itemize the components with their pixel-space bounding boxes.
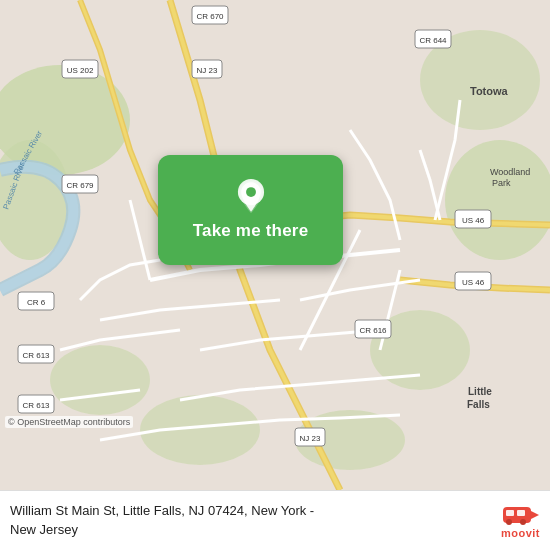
svg-text:Woodland: Woodland bbox=[490, 167, 530, 177]
svg-text:Falls: Falls bbox=[467, 399, 490, 410]
osm-attribution: © OpenStreetMap contributors bbox=[5, 416, 133, 428]
svg-text:CR 670: CR 670 bbox=[196, 12, 224, 21]
svg-text:NJ 23: NJ 23 bbox=[197, 66, 218, 75]
svg-text:CR 613: CR 613 bbox=[22, 351, 50, 360]
svg-point-6 bbox=[50, 345, 150, 415]
moovit-logo: moovit bbox=[501, 503, 540, 539]
svg-text:US 46: US 46 bbox=[462, 216, 485, 225]
svg-text:CR 613: CR 613 bbox=[22, 401, 50, 410]
svg-text:CR 644: CR 644 bbox=[419, 36, 447, 45]
svg-rect-43 bbox=[506, 510, 514, 516]
take-me-there-button[interactable]: Take me there bbox=[158, 155, 343, 265]
svg-text:NJ 23: NJ 23 bbox=[300, 434, 321, 443]
bottom-bar: William St Main St, Little Falls, NJ 074… bbox=[0, 490, 550, 550]
svg-text:Little: Little bbox=[468, 386, 492, 397]
svg-point-4 bbox=[445, 140, 550, 260]
svg-marker-47 bbox=[531, 511, 539, 519]
svg-text:US 46: US 46 bbox=[462, 278, 485, 287]
svg-point-45 bbox=[506, 519, 512, 525]
svg-point-46 bbox=[520, 519, 526, 525]
svg-text:Park: Park bbox=[492, 178, 511, 188]
svg-text:CR 6: CR 6 bbox=[27, 298, 46, 307]
svg-text:CR 616: CR 616 bbox=[359, 326, 387, 335]
svg-text:Totowa: Totowa bbox=[470, 85, 509, 97]
svg-point-41 bbox=[246, 187, 256, 197]
svg-rect-44 bbox=[517, 510, 525, 516]
location-pin-icon bbox=[233, 179, 269, 215]
address-text: William St Main St, Little Falls, NJ 074… bbox=[10, 502, 491, 538]
svg-text:CR 679: CR 679 bbox=[66, 181, 94, 190]
moovit-logo-icon bbox=[501, 503, 539, 527]
take-me-there-label: Take me there bbox=[193, 221, 309, 241]
moovit-logo-text: moovit bbox=[501, 527, 540, 539]
svg-text:US 202: US 202 bbox=[67, 66, 94, 75]
map-container: Passaic River CR 670 bbox=[0, 0, 550, 490]
